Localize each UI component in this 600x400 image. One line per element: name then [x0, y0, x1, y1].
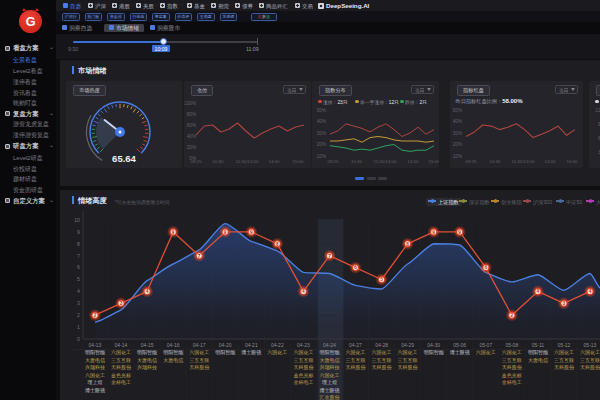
- svg-text:7: 7: [198, 254, 201, 259]
- svg-text:14:00: 14:00: [545, 159, 557, 164]
- svg-text:3: 3: [120, 301, 123, 306]
- svg-text:9: 9: [458, 230, 461, 235]
- svg-text:04-22: 04-22: [271, 342, 284, 348]
- svg-text:3: 3: [563, 301, 566, 306]
- svg-text:09:25: 09:25: [328, 159, 340, 164]
- svg-text:05-07: 05-07: [479, 342, 492, 348]
- svg-text:04-23: 04-23: [297, 342, 310, 348]
- svg-text:09:25: 09:25: [191, 159, 203, 164]
- svg-text:04-14: 04-14: [115, 342, 128, 348]
- svg-text:20%: 20%: [187, 145, 196, 150]
- svg-text:09:25: 09:25: [466, 159, 478, 164]
- svg-text:15:00: 15:00: [567, 159, 579, 164]
- svg-text:11:30/13:00: 11:30/13:00: [374, 159, 397, 164]
- svg-text:40%: 40%: [187, 134, 196, 139]
- svg-text:20%: 20%: [453, 142, 462, 147]
- svg-text:8: 8: [406, 242, 409, 247]
- svg-text:04-30: 04-30: [427, 342, 440, 348]
- svg-text:04-24: 04-24: [323, 342, 336, 348]
- svg-text:5: 5: [380, 277, 383, 282]
- svg-text:11:30/13:00: 11:30/13:00: [512, 159, 535, 164]
- svg-text:05-08: 05-08: [505, 342, 518, 348]
- svg-text:50%: 50%: [453, 108, 462, 113]
- svg-text:04-20: 04-20: [219, 342, 232, 348]
- svg-text:6: 6: [354, 265, 357, 270]
- svg-text:04-29: 04-29: [401, 342, 414, 348]
- svg-text:100%: 100%: [184, 101, 196, 106]
- svg-text:04-15: 04-15: [141, 342, 154, 348]
- svg-text:30%: 30%: [317, 131, 326, 136]
- svg-text:15:00: 15:00: [293, 159, 305, 164]
- svg-text:9: 9: [432, 230, 435, 235]
- svg-text:9: 9: [172, 230, 175, 235]
- svg-text:14:00: 14:00: [408, 159, 420, 164]
- svg-text:60%: 60%: [187, 123, 196, 128]
- svg-text:05-12: 05-12: [558, 342, 571, 348]
- svg-text:2: 2: [510, 313, 513, 318]
- svg-text:15:00: 15:00: [429, 159, 440, 164]
- svg-text:30%: 30%: [453, 131, 462, 136]
- svg-text:11:30/13:00: 11:30/13:00: [236, 159, 259, 164]
- svg-text:2: 2: [94, 313, 97, 318]
- svg-text:20%: 20%: [317, 142, 326, 147]
- svg-text:05-13: 05-13: [584, 342, 597, 348]
- svg-text:05-06: 05-06: [453, 342, 466, 348]
- svg-text:40%: 40%: [453, 119, 462, 124]
- svg-text:04-21: 04-21: [245, 342, 258, 348]
- svg-text:80%: 80%: [187, 112, 196, 117]
- svg-text:1: 1: [77, 324, 80, 330]
- svg-text:120: 120: [595, 108, 600, 113]
- svg-text:9: 9: [77, 229, 80, 235]
- svg-text:10:30: 10:30: [213, 159, 225, 164]
- svg-text:50%: 50%: [317, 108, 326, 113]
- svg-text:4: 4: [302, 289, 305, 294]
- svg-text:4: 4: [77, 288, 80, 294]
- svg-text:8: 8: [276, 242, 279, 247]
- svg-text:04-28: 04-28: [375, 342, 388, 348]
- svg-text:3: 3: [77, 300, 80, 306]
- svg-text:8: 8: [77, 241, 80, 247]
- svg-text:40%: 40%: [317, 119, 326, 124]
- svg-text:4: 4: [589, 289, 592, 294]
- svg-text:9: 9: [250, 230, 253, 235]
- svg-text:4: 4: [146, 289, 149, 294]
- svg-text:14:00: 14:00: [269, 159, 281, 164]
- svg-text:10:30: 10:30: [351, 159, 363, 164]
- svg-text:05-11: 05-11: [532, 342, 545, 348]
- svg-text:10%: 10%: [453, 154, 462, 159]
- svg-text:4: 4: [537, 289, 540, 294]
- svg-text:04-13: 04-13: [89, 342, 102, 348]
- svg-text:2: 2: [77, 312, 80, 318]
- svg-text:6: 6: [77, 264, 80, 270]
- svg-text:7: 7: [77, 253, 80, 259]
- svg-text:04-17: 04-17: [193, 342, 206, 348]
- svg-text:04-16: 04-16: [167, 342, 180, 348]
- svg-text:10: 10: [74, 217, 80, 223]
- svg-text:9: 9: [224, 230, 227, 235]
- svg-text:0: 0: [77, 336, 80, 342]
- svg-text:10%: 10%: [317, 154, 326, 159]
- svg-text:7: 7: [328, 254, 331, 259]
- svg-text:6: 6: [484, 265, 487, 270]
- svg-text:10:30: 10:30: [490, 159, 502, 164]
- svg-text:04-27: 04-27: [349, 342, 362, 348]
- svg-text:5: 5: [77, 276, 80, 282]
